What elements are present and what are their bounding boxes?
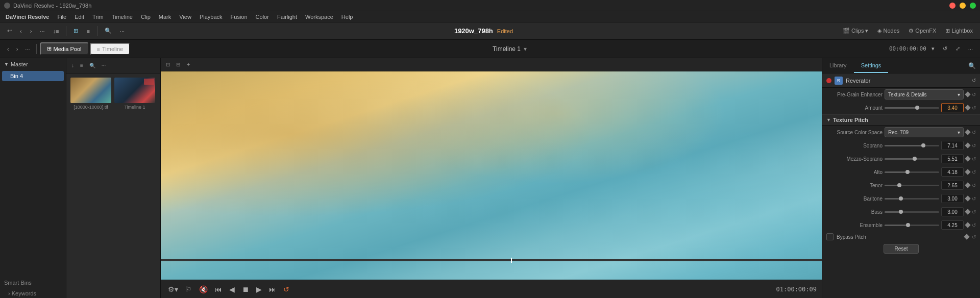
nav-back-btn[interactable]: ‹: [17, 27, 25, 36]
timeline-dropdown-icon[interactable]: ▾: [524, 45, 527, 53]
mezzo-soprano-keyframe[interactable]: [965, 156, 970, 161]
tenor-reset[interactable]: ↺: [972, 183, 976, 188]
media-more-btn[interactable]: ···: [100, 62, 108, 69]
bypass-pitch-checkbox[interactable]: [826, 233, 834, 240]
bass-reset[interactable]: ↺: [972, 209, 976, 215]
close-button[interactable]: [949, 3, 955, 9]
bass-keyframe[interactable]: [965, 209, 970, 214]
prev-frame-btn[interactable]: ◀: [227, 284, 237, 294]
soprano-reset[interactable]: ↺: [972, 143, 976, 148]
amount-keyframe[interactable]: [965, 105, 970, 110]
timeline-tab[interactable]: ≡ Timeline: [90, 43, 131, 55]
amount-reset[interactable]: ↺: [972, 105, 976, 111]
bass-thumb[interactable]: [899, 210, 903, 214]
menu-clip[interactable]: Clip: [139, 14, 152, 20]
ensemble-thumb[interactable]: [906, 223, 910, 227]
skip-start-btn[interactable]: ⏮: [213, 284, 224, 294]
pre-grain-keyframe[interactable]: [965, 91, 970, 97]
nav-forward-btn[interactable]: ›: [27, 27, 35, 36]
openfx-tab-btn[interactable]: ⚙ OpenFX: [905, 26, 939, 36]
menu-timeline[interactable]: Timeline: [110, 14, 134, 20]
bin4-item[interactable]: Bin 4: [2, 71, 64, 81]
loop-btn[interactable]: ↺: [940, 44, 950, 54]
ensemble-value[interactable]: 4.25: [941, 220, 964, 230]
menu-edit[interactable]: Edit: [73, 14, 86, 20]
prev-bin-btn[interactable]: ‹: [4, 44, 12, 54]
menu-workspace[interactable]: Workspace: [304, 14, 335, 20]
menu-view[interactable]: View: [178, 14, 193, 20]
next-frame-btn[interactable]: ⏭: [267, 284, 278, 294]
more2-btn[interactable]: ···: [965, 44, 976, 54]
next-bin-btn[interactable]: ›: [13, 44, 21, 54]
clips-tab-btn[interactable]: 🎬 Clips ▾: [840, 26, 872, 36]
amount-slider[interactable]: [885, 107, 939, 109]
tenor-thumb[interactable]: [897, 183, 901, 187]
settings-tab[interactable]: Settings: [854, 58, 889, 73]
undo-btn[interactable]: ↩: [4, 26, 15, 36]
minimize-button[interactable]: [960, 3, 966, 9]
keywords-item[interactable]: › Keywords: [0, 289, 66, 298]
media-sort-btn[interactable]: ↓: [69, 62, 76, 69]
media-pool-tab[interactable]: ⊞ Media Pool: [40, 42, 89, 55]
playhead-indicator[interactable]: [511, 258, 512, 263]
tenor-value[interactable]: 2.65: [941, 181, 964, 190]
bin-options-btn[interactable]: ···: [22, 44, 33, 54]
tenor-slider[interactable]: [885, 185, 939, 186]
viewer-crop-btn[interactable]: ⊟: [174, 61, 182, 68]
plugin-reset-icon[interactable]: ↺: [972, 78, 976, 83]
menu-trim[interactable]: Trim: [91, 14, 105, 20]
ensemble-keyframe[interactable]: [965, 222, 970, 228]
pre-grain-reset[interactable]: ↺: [972, 92, 976, 97]
menu-color[interactable]: Color: [254, 14, 271, 20]
timecode-dropdown-btn[interactable]: ▾: [928, 44, 938, 54]
alto-keyframe[interactable]: [965, 169, 970, 175]
mezzo-soprano-slider[interactable]: [885, 158, 939, 160]
pre-grain-dropdown[interactable]: Texture & Details ▾: [885, 89, 964, 100]
search-icon[interactable]: 🔍: [968, 62, 976, 69]
viewer-flag-btn[interactable]: ⚐: [183, 284, 194, 294]
alto-value[interactable]: 4.18: [941, 167, 964, 177]
fit-btn[interactable]: ⤢: [952, 44, 963, 54]
nodes-tab-btn[interactable]: ◈ Nodes: [874, 26, 902, 36]
viewer-zoom-btn[interactable]: ✦: [184, 61, 192, 68]
alto-reset[interactable]: ↺: [972, 169, 976, 175]
texture-pitch-section[interactable]: ▼ Texture Pitch: [822, 114, 980, 126]
soprano-value[interactable]: 7.14: [941, 141, 964, 150]
soprano-keyframe[interactable]: [965, 142, 970, 148]
soprano-thumb[interactable]: [921, 143, 925, 147]
more-btn[interactable]: ···: [37, 27, 47, 36]
ensemble-reset[interactable]: ↺: [972, 222, 976, 228]
amount-value[interactable]: 3.40: [941, 103, 964, 112]
mezzo-soprano-value[interactable]: 5.51: [941, 154, 964, 163]
stop-btn[interactable]: ⏹: [240, 284, 251, 294]
menu-fusion[interactable]: Fusion: [229, 14, 249, 20]
bass-slider[interactable]: [885, 211, 939, 213]
source-color-keyframe[interactable]: [965, 129, 970, 135]
media-list-btn[interactable]: ≡: [78, 62, 85, 69]
menu-mark[interactable]: Mark: [157, 14, 173, 20]
menu-davinci-resolve[interactable]: DaVinci Resolve: [4, 14, 51, 20]
baritone-keyframe[interactable]: [965, 195, 970, 201]
baritone-slider[interactable]: [885, 198, 939, 200]
tenor-keyframe[interactable]: [965, 182, 970, 188]
alto-thumb[interactable]: [905, 170, 910, 174]
baritone-value[interactable]: 3.00: [941, 194, 964, 203]
media-search-btn[interactable]: 🔍: [87, 62, 97, 69]
media-item-1[interactable]: [10000-10000].tif: [70, 78, 111, 110]
lightbox-tab-btn[interactable]: ⊞ Lightbox: [942, 26, 976, 36]
bypass-keyframe[interactable]: [964, 234, 969, 239]
baritone-reset[interactable]: ↺: [972, 196, 976, 202]
ensemble-slider[interactable]: [885, 225, 939, 226]
more-options-btn[interactable]: ···: [117, 27, 128, 36]
grid-view-btn[interactable]: ⊞: [70, 26, 81, 36]
source-color-reset[interactable]: ↺: [972, 130, 976, 135]
bypass-reset[interactable]: ↺: [972, 234, 976, 240]
mezzo-soprano-thumb[interactable]: [913, 157, 917, 161]
play-btn[interactable]: ▶: [254, 284, 264, 294]
loop-btn[interactable]: ↺: [281, 284, 291, 294]
menu-file[interactable]: File: [56, 14, 68, 20]
amount-thumb[interactable]: [915, 106, 919, 110]
import-btn[interactable]: ↓≡: [50, 27, 62, 36]
list-view-btn[interactable]: ≡: [83, 27, 92, 36]
viewer-transform-btn[interactable]: ⊡: [164, 61, 172, 68]
